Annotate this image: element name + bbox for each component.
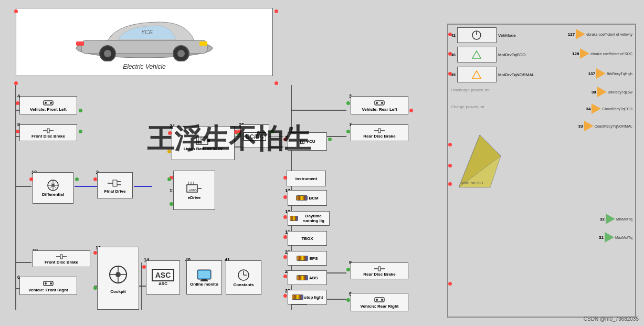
svg-rect-33	[76, 41, 84, 46]
tbox-block: TBOX	[288, 231, 327, 246]
tbox-label: TBOX	[301, 236, 313, 241]
cockpit-block: Cockpit	[97, 247, 139, 310]
vcu-label: VCU	[307, 139, 315, 144]
brkrecytqhigh-label: BrkRecyTqHigh	[607, 72, 632, 76]
port-rdbb-l	[346, 268, 350, 271]
port-edrive-b	[170, 202, 173, 206]
front-disc-brake-bottom-label: Front Disc Brake	[45, 260, 78, 265]
stop-light-block: stop light	[288, 290, 327, 304]
ebrake-soc-label: ebrake coefficient of SOC	[590, 52, 632, 56]
vehicle-front-left-label: Vehicle: Front Left	[30, 107, 67, 112]
svg-point-72	[381, 299, 383, 301]
svg-point-30	[177, 50, 185, 57]
port-bcm-l	[283, 195, 287, 199]
ebrake-vel-label: ebrake coefficient of velovity	[586, 33, 632, 36]
vehicle-front-right-block: Vehicle: Front Right	[19, 277, 77, 295]
right-panel: 42 VehMode 127 ebrake coefficient of vel…	[447, 24, 636, 318]
eps-block: EPS	[288, 251, 327, 266]
rear-disc-brake-top-label: Rear Disc Brake	[363, 134, 395, 139]
svg-point-63	[381, 102, 383, 104]
vcu-block: ⊞ VCU	[288, 132, 327, 151]
port-vfl-r	[79, 109, 82, 112]
online-monito-label: Online monito	[190, 282, 218, 287]
port-cockpit-l	[93, 251, 97, 255]
svg-rect-86	[198, 271, 210, 278]
dcdc-block: DC/DC	[240, 124, 269, 148]
differential-block: Differential	[33, 172, 73, 204]
daytime-label: Daytime running lig	[299, 214, 328, 223]
panel-port-2	[448, 52, 452, 56]
svg-point-77	[45, 282, 47, 285]
final-drive-label: Final Drive	[104, 189, 126, 194]
port-edrive-connect	[167, 177, 171, 181]
vehicle-rear-left-block: Vehicle: Rear Left	[351, 96, 408, 114]
vehicle-front-right-label: Vehicle: Front Right	[28, 288, 68, 292]
svg-rect-32	[199, 41, 207, 46]
svg-rect-65	[378, 129, 381, 133]
svg-point-62	[376, 102, 378, 104]
svg-marker-95	[472, 71, 481, 78]
asc-block: ASC ASC	[146, 260, 180, 295]
svg-rect-57	[208, 139, 210, 142]
front-disc-brake-top-block: Front Disc Brake	[19, 124, 77, 141]
port-daytime-l	[283, 215, 287, 219]
panel-port-6	[448, 182, 452, 186]
liion-label: Li-Ion Batterie 380V	[184, 146, 223, 151]
svg-point-36	[50, 102, 52, 104]
svg-rect-88	[200, 280, 208, 281]
port-fdb-top-l	[16, 130, 19, 133]
port-stop-light-l	[283, 294, 287, 298]
port-fd-l	[93, 177, 97, 181]
vehicle-front-left-block: Vehicle: Front Left	[19, 96, 77, 114]
car-svg: YCE	[66, 14, 223, 61]
car-label: Electric Vehicle	[123, 63, 166, 70]
port-vcu-l	[283, 138, 287, 141]
abs-block: ABS	[288, 270, 327, 285]
maxmottq-label: MaxMotTq	[615, 236, 632, 239]
port-diff-l	[29, 177, 33, 181]
port-ev-top-left	[14, 9, 18, 13]
port-vrr-l	[346, 298, 350, 302]
port-vrl-r	[409, 109, 413, 112]
panel-port-7	[448, 282, 452, 286]
coastrecytqnormal-label: CoastRecyTqNORMAL	[595, 124, 632, 128]
port-cockpit-lb	[93, 286, 97, 290]
coastrecytqeco-label: CoastRecyTqECO	[602, 107, 632, 111]
differential-label: Differential	[42, 192, 64, 197]
bcm-label: BCM	[309, 196, 318, 201]
panel-port-3	[448, 72, 452, 76]
asc-label: ASC	[159, 281, 167, 286]
panel-port-1	[448, 33, 452, 36]
port-vrl-l	[346, 101, 350, 105]
svg-marker-94	[472, 51, 481, 58]
port-ev-bottom-right	[275, 81, 278, 85]
svg-point-35	[45, 102, 47, 104]
port-ev-bottom-left	[14, 81, 18, 85]
svg-rect-74	[60, 255, 62, 259]
vehicle-rear-right-block: Vehicle: Rear Right	[351, 293, 408, 311]
vehicle-rear-left-label: Vehicle: Rear Left	[362, 107, 397, 112]
diagram-area: 1 YCE Electric Vehicle 4	[0, 0, 644, 326]
constants-block: Constants	[226, 260, 261, 295]
svg-point-78	[50, 282, 52, 285]
instrument-block: instrument	[287, 171, 326, 186]
car-block: YCE Electric Vehicle	[16, 8, 273, 76]
instrument-label: instrument	[295, 176, 317, 181]
csdn-label: CSDN @m0_73682035	[584, 316, 639, 322]
svg-rect-38	[47, 129, 49, 133]
vehmode-label: VehMode	[498, 33, 516, 38]
bcm-block: BCM	[288, 190, 327, 206]
minmottq-label: MinMotTq	[616, 217, 632, 221]
port-diff-r	[75, 177, 79, 181]
port-vcu-r	[328, 138, 332, 141]
port-liion-l	[168, 131, 172, 135]
svg-rect-68	[378, 267, 381, 271]
vehicle-rear-right-label: Vehicle: Rear Right	[361, 304, 399, 309]
liion-block: Li+ Li-Ion Batterie 380V	[172, 126, 235, 160]
svg-text:Li+: Li+	[197, 140, 200, 143]
svg-text:eDRV: eDRV	[189, 188, 197, 192]
port-rdbt-l	[346, 130, 350, 133]
svg-point-80	[115, 272, 121, 277]
port-liion-bot	[167, 150, 171, 153]
port-tbox-l	[283, 235, 287, 239]
